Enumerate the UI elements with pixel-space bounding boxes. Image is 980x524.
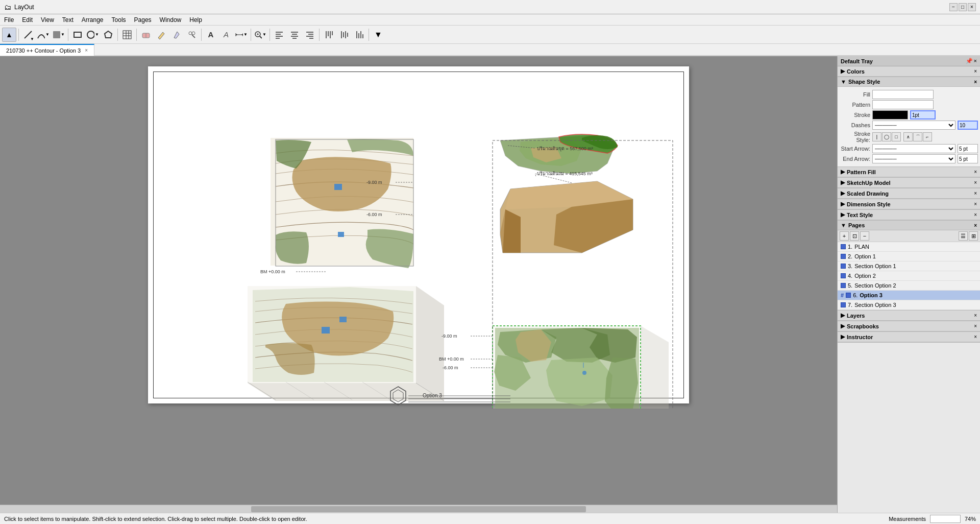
measurements-input[interactable] xyxy=(930,515,961,523)
end-arrow-select[interactable]: ────── ──────► xyxy=(872,154,955,163)
select-tool[interactable]: ▲ xyxy=(2,28,16,42)
page-item-section-opt3[interactable]: 7. Section Option 3 xyxy=(838,300,980,310)
layers-header[interactable]: ▶ Layers × xyxy=(838,311,980,321)
colors-close[interactable]: × xyxy=(974,68,977,74)
colors-header[interactable]: ▶ Colors × xyxy=(838,66,980,77)
shape-style-header[interactable]: ▼ Shape Style × xyxy=(838,77,980,87)
pattern-fill-label: Pattern Fill xyxy=(847,169,876,175)
page-item-option3[interactable]: # 6. Option 3 xyxy=(838,291,980,300)
stroke-style-square[interactable]: □ xyxy=(892,132,901,141)
styled-text-tool[interactable]: A xyxy=(219,28,233,42)
tray-pin[interactable]: 📌 xyxy=(966,58,973,64)
dashes-value-input[interactable] xyxy=(958,121,978,130)
start-arrow-size[interactable] xyxy=(958,144,978,153)
menu-item-window[interactable]: Window xyxy=(156,14,186,25)
align-bottom[interactable] xyxy=(352,28,366,42)
dashes-select[interactable]: ────── - - - - - · · · · · xyxy=(872,121,955,130)
pages-header[interactable]: ▼ Pages × xyxy=(838,221,980,230)
dimension-style-header[interactable]: ▶ Dimension Style × xyxy=(838,199,980,209)
stroke-color-swatch[interactable] xyxy=(872,110,908,120)
fill-swatch[interactable] xyxy=(872,90,934,99)
stroke-value-input[interactable] xyxy=(910,110,936,120)
table-tool[interactable] xyxy=(120,28,134,42)
scaled-drawing-label: Scaled Drawing xyxy=(847,190,889,197)
pen-tool[interactable] xyxy=(169,28,184,42)
end-arrow-size[interactable] xyxy=(958,154,978,163)
dimension-tool[interactable]: ▼ xyxy=(234,28,249,42)
menu-item-arrange[interactable]: Arrange xyxy=(78,14,108,25)
sketchup-label: SketchUp Model xyxy=(847,180,891,186)
pages-close[interactable]: × xyxy=(974,223,977,228)
menu-item-view[interactable]: View xyxy=(37,14,58,25)
freehand-tool[interactable]: ▼ xyxy=(52,28,66,42)
scaled-drawing-close[interactable]: × xyxy=(974,190,977,196)
page-item-option1[interactable]: 2. Option 1 xyxy=(838,252,980,261)
zoom-tool[interactable]: ▼ xyxy=(253,28,267,42)
menu-item-help[interactable]: Help xyxy=(185,14,206,25)
rectangle-tool[interactable] xyxy=(70,28,85,42)
scrapbooks-close[interactable]: × xyxy=(974,323,977,329)
close-button[interactable]: × xyxy=(968,3,976,11)
circle-tool[interactable]: ▼ xyxy=(86,28,100,42)
pages-list-view[interactable]: ☰ xyxy=(959,231,968,241)
delete-page-btn[interactable]: − xyxy=(860,231,869,241)
pattern-fill-header[interactable]: ▶ Pattern Fill × xyxy=(838,167,980,177)
align-top[interactable] xyxy=(322,28,336,42)
menu-item-edit[interactable]: Edit xyxy=(18,14,37,25)
stroke-join-miter[interactable]: ∧ xyxy=(903,132,913,141)
doc-close-btn[interactable]: × xyxy=(85,47,88,53)
tray-close[interactable]: × xyxy=(974,58,977,64)
canvas-scroll[interactable]: ปริมาณดินขุด = 567,500 m³ ปริมาณดินถม = … xyxy=(0,56,837,505)
instructor-close[interactable]: × xyxy=(974,334,977,340)
minimize-button[interactable]: − xyxy=(949,3,958,11)
stroke-style-flat[interactable]: | xyxy=(872,132,881,141)
colors-arrow: ▶ xyxy=(841,68,845,75)
start-arrow-select[interactable]: ────── ◄────── xyxy=(872,144,955,153)
page-item-option2[interactable]: 4. Option 2 xyxy=(838,271,980,281)
line-tool[interactable]: ▼ xyxy=(21,28,35,42)
pencil-tool[interactable] xyxy=(154,28,168,42)
scaled-drawing-header[interactable]: ▶ Scaled Drawing × xyxy=(838,188,980,199)
doc-tab-item[interactable]: 210730 ++ Contour - Option 3 × xyxy=(0,44,94,56)
pages-grid-view[interactable]: ⊞ xyxy=(969,231,978,241)
sketchup-close[interactable]: × xyxy=(974,180,977,185)
pattern-fill-close[interactable]: × xyxy=(974,169,977,175)
page-item-plan[interactable]: 1. PLAN xyxy=(838,242,980,252)
polygon-tool[interactable] xyxy=(101,28,115,42)
align-center[interactable] xyxy=(287,28,302,42)
pages-view-controls: ☰ ⊞ xyxy=(959,231,978,241)
stroke-join-round[interactable]: ⌒ xyxy=(913,132,922,141)
stroke-join-bevel[interactable]: ⌐ xyxy=(923,132,932,141)
copy-page-btn[interactable]: ⊡ xyxy=(850,231,859,241)
text-style-close[interactable]: × xyxy=(974,212,977,218)
arc-tool[interactable]: ▼ xyxy=(36,28,51,42)
page-item-section-opt2[interactable]: 5. Section Option 2 xyxy=(838,281,980,291)
scissors-tool[interactable] xyxy=(185,28,199,42)
sketchup-header[interactable]: ▶ SketchUp Model × xyxy=(838,178,980,188)
menu-item-file[interactable]: File xyxy=(0,14,18,25)
horizontal-scrollbar[interactable] xyxy=(0,505,837,513)
scrapbooks-header[interactable]: ▶ Scrapbooks × xyxy=(838,321,980,331)
more-tools[interactable]: ▼ xyxy=(371,28,385,42)
svg-rect-5 xyxy=(123,31,131,39)
pattern-swatch[interactable] xyxy=(872,100,934,109)
menu-item-tools[interactable]: Tools xyxy=(108,14,130,25)
add-page-btn[interactable]: + xyxy=(840,231,849,241)
menu-item-text[interactable]: Text xyxy=(58,14,78,25)
stroke-style-round[interactable]: ◯ xyxy=(882,132,891,141)
align-left[interactable] xyxy=(272,28,286,42)
text-tool[interactable]: A xyxy=(204,28,218,42)
shape-style-close[interactable]: × xyxy=(974,79,977,85)
text-style-header[interactable]: ▶ Text Style × xyxy=(838,210,980,220)
eraser-tool[interactable] xyxy=(139,28,153,42)
dimension-style-close[interactable]: × xyxy=(974,201,977,207)
align-right[interactable] xyxy=(303,28,317,42)
instructor-header[interactable]: ▶ Instructor × xyxy=(838,332,980,342)
maximize-button[interactable]: □ xyxy=(959,3,967,11)
menu-item-pages[interactable]: Pages xyxy=(130,14,156,25)
scroll-thumb-h[interactable] xyxy=(251,506,586,512)
statusbar: Click to select items to manipulate. Shi… xyxy=(0,513,980,524)
page-item-section-opt1[interactable]: 3. Section Option 1 xyxy=(838,261,980,271)
layers-close[interactable]: × xyxy=(974,313,977,318)
align-vcenter[interactable] xyxy=(337,28,351,42)
